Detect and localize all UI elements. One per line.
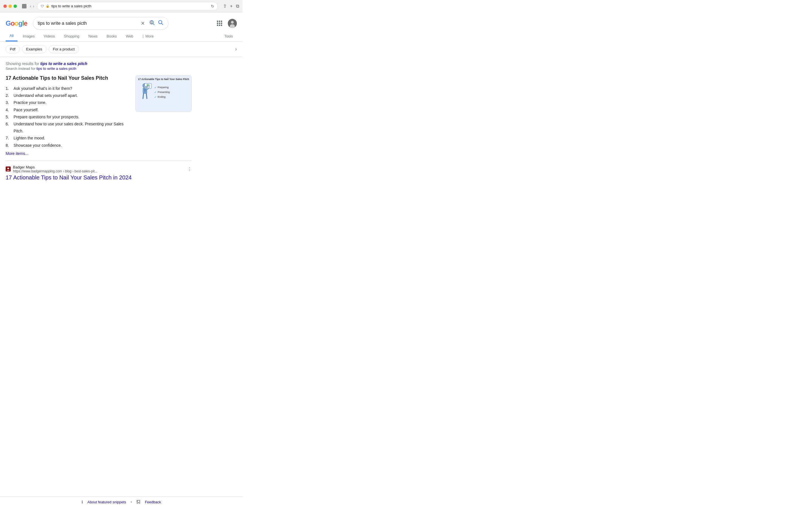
- tab-strip: ‹ ›: [22, 4, 34, 8]
- tab-books[interactable]: Books: [103, 31, 121, 41]
- tab-arrows: ‹ ›: [30, 4, 34, 8]
- more-dots-icon: ⋮: [141, 34, 145, 38]
- tools-button[interactable]: Tools: [220, 31, 237, 41]
- source-favicon: [6, 166, 11, 172]
- corrected-link[interactable]: tips to write a sales pitch: [40, 61, 87, 66]
- chip-examples[interactable]: Examples: [22, 45, 47, 53]
- list-item: 7.Lighten the mood.: [6, 135, 130, 142]
- traffic-lights: [3, 4, 17, 8]
- svg-line-11: [143, 94, 144, 99]
- source-menu-button[interactable]: ⋮: [187, 166, 192, 172]
- apps-grid-icon: [217, 20, 222, 26]
- more-label: More: [146, 34, 154, 38]
- presentation-figure-icon: [138, 82, 152, 102]
- google-lens-button[interactable]: [149, 19, 155, 27]
- corrected-italic: pitch: [78, 61, 87, 66]
- address-text: tips to write a sales picth: [51, 4, 209, 8]
- source-info: Badger Maps https://www.badgermapping.co…: [13, 165, 97, 173]
- chip-pdf[interactable]: Pdf: [6, 45, 20, 53]
- featured-snippet-card: 17 Actionable Tips to Nail Your Sales Pi…: [6, 75, 192, 156]
- avatar[interactable]: [228, 19, 237, 28]
- minimize-button[interactable]: [8, 4, 12, 8]
- snippet-image-title: 17 Actionable Tips to Nail Your Sales Pi…: [138, 78, 189, 80]
- google-header: Google ✕: [0, 12, 243, 30]
- svg-point-4: [231, 21, 234, 24]
- checkmark-icon: ✓: [154, 96, 156, 99]
- check-label: Preparing: [158, 86, 168, 89]
- apps-grid-button[interactable]: [214, 18, 224, 29]
- checklist-area: ✓ Preparing ✓ Presenting ✓ Ending: [154, 86, 170, 99]
- shield-icon: 🛡: [41, 4, 44, 8]
- more-tabs-button[interactable]: ⋮ More: [139, 31, 157, 41]
- lock-icon: 🔒: [46, 4, 50, 8]
- chips-next-arrow[interactable]: ›: [235, 46, 237, 52]
- logo-letter-e: e: [24, 19, 27, 27]
- corrected-normal: tips to write a sales: [40, 61, 78, 66]
- spell-correction: Showing results for tips to write a sale…: [6, 61, 192, 71]
- logo-letter-g: G: [6, 19, 11, 27]
- check-item-ending: ✓ Ending: [154, 96, 170, 99]
- svg-rect-16: [149, 84, 150, 88]
- svg-rect-15: [147, 85, 148, 88]
- snippet-content: 17 Actionable Tips to Nail Your Sales Pi…: [6, 75, 130, 156]
- snippet-image-body: ✓ Preparing ✓ Presenting ✓ Ending: [138, 82, 189, 102]
- source-row: Badger Maps https://www.badgermapping.co…: [6, 165, 192, 173]
- browser-chrome: ‹ › 🛡 🔒 tips to write a sales picth ↻ ⇧ …: [0, 0, 243, 12]
- logo-letter-g2: g: [18, 19, 22, 27]
- google-logo[interactable]: Google: [6, 19, 28, 27]
- tab-icon: [22, 4, 27, 8]
- original-query-link[interactable]: tips to write a sales picth: [36, 66, 77, 71]
- svg-point-19: [7, 168, 9, 169]
- more-items-link[interactable]: More items...: [6, 151, 29, 156]
- result-title-link[interactable]: 17 Actionable Tips to Nail Your Sales Pi…: [6, 174, 192, 181]
- tab-all[interactable]: All: [6, 31, 17, 41]
- new-tab-button[interactable]: +: [230, 4, 233, 9]
- source-result: Badger Maps https://www.badgermapping.co…: [6, 160, 192, 181]
- back-button[interactable]: ‹: [30, 4, 31, 8]
- list-item: 3.Practice your tone.: [6, 99, 130, 106]
- snippet-image[interactable]: 17 Actionable Tips to Nail Your Sales Pi…: [135, 75, 192, 112]
- search-button[interactable]: [158, 20, 163, 27]
- spell-showing-text: Showing results for tips to write a sale…: [6, 61, 192, 66]
- list-item: 2.Understand what sets yourself apart.: [6, 92, 130, 99]
- list-item: 1.Ask yourself what's in it for them?: [6, 85, 130, 92]
- showing-prefix: Showing results for: [6, 61, 40, 66]
- list-item: 6.Understand how to use your sales deck.…: [6, 121, 130, 135]
- forward-button[interactable]: ›: [33, 4, 35, 8]
- check-label: Ending: [158, 96, 165, 98]
- search-input[interactable]: [38, 21, 137, 26]
- check-item-preparing: ✓ Preparing: [154, 86, 170, 89]
- source-url: https://www.badgermapping.com › blog › b…: [13, 169, 97, 173]
- tab-news[interactable]: News: [85, 31, 102, 41]
- browser-actions: ⇧ + ⧉: [223, 3, 239, 9]
- svg-rect-14: [146, 86, 147, 88]
- address-bar[interactable]: 🛡 🔒 tips to write a sales picth ↻: [37, 2, 218, 10]
- search-clear-button[interactable]: ✕: [140, 21, 146, 26]
- snippet-title: 17 Actionable Tips to Nail Your Sales Pi…: [6, 75, 130, 81]
- check-label: Presenting: [158, 91, 170, 94]
- list-item: 4.Pace yourself.: [6, 107, 130, 114]
- spell-instead-text: Search instead for tips to write a sales…: [6, 66, 192, 71]
- check-item-presenting: ✓ Presenting: [154, 91, 170, 94]
- list-item: 8.Showcase your confidence.: [6, 142, 130, 149]
- tab-images[interactable]: Images: [18, 31, 39, 41]
- tab-web[interactable]: Web: [122, 31, 137, 41]
- share-button[interactable]: ⇧: [223, 3, 227, 9]
- maximize-button[interactable]: [13, 4, 17, 8]
- header-right: [214, 18, 237, 29]
- nav-tabs: All Images Videos Shopping News Books We…: [0, 31, 243, 42]
- checkmark-icon: ✓: [154, 91, 156, 94]
- list-item: 5.Prepare questions for your prospects.: [6, 114, 130, 121]
- instead-prefix: Search instead for: [6, 66, 36, 71]
- svg-line-12: [146, 94, 147, 99]
- search-bar[interactable]: ✕: [33, 17, 168, 30]
- reload-button[interactable]: ↻: [211, 4, 214, 8]
- filter-chips: Pdf Examples For a product ›: [0, 42, 243, 57]
- logo-letter-o2: o: [14, 19, 18, 27]
- tab-videos[interactable]: Videos: [40, 31, 59, 41]
- chip-for-a-product[interactable]: For a product: [49, 45, 79, 53]
- checkmark-icon: ✓: [154, 86, 156, 89]
- tabs-button[interactable]: ⧉: [236, 4, 239, 9]
- close-button[interactable]: [3, 4, 7, 8]
- tab-shopping[interactable]: Shopping: [60, 31, 84, 41]
